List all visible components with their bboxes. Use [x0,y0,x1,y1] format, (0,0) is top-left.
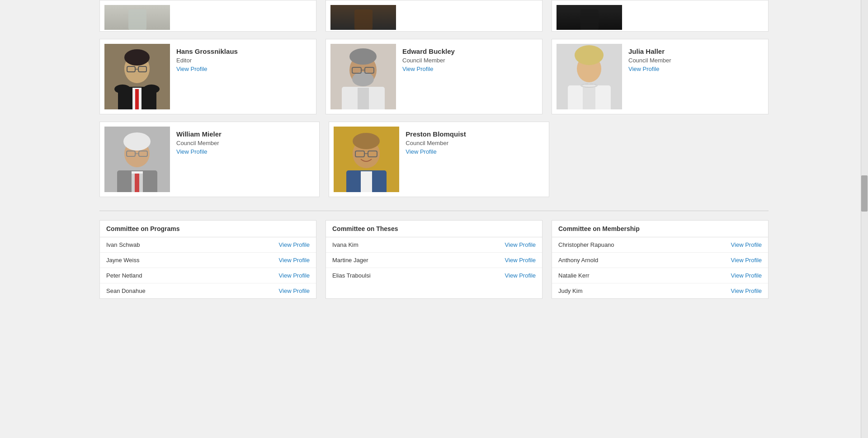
portrait-preston [334,127,399,192]
member-name: Sean Donahue [100,283,217,299]
member-name: Christopher Rapuano [552,237,684,253]
view-profile-sean-donahue[interactable]: View Profile [279,287,310,294]
portrait-hans [104,44,170,109]
svg-rect-42 [135,172,139,192]
member-link-cell: View Profile [684,268,768,283]
committee-membership-table: Christopher Rapuano View Profile Anthony… [552,237,768,298]
committee-theses-table: Ivana Kim View Profile Martine Jager Vie… [326,237,542,283]
role-julia-haller: Council Member [628,57,671,64]
name-preston-blomquist: Preston Blomquist [406,130,466,138]
portrait-william [104,127,170,192]
name-william-mieler: William Mieler [176,130,222,138]
member-link-cell: View Profile [217,268,316,283]
role-william-mieler: Council Member [176,140,222,146]
committee-membership-box: Committee on Membership Christopher Rapu… [552,220,769,299]
svg-point-47 [353,133,380,149]
person-silhouette-1 [119,5,156,30]
view-profile-christopher-rapuano[interactable]: View Profile [731,241,762,248]
member-link-cell: View Profile [442,237,542,253]
photo-preston-blomquist [334,127,399,192]
role-edward-buckley: Council Member [402,57,455,64]
svg-point-16 [349,48,377,65]
committee-membership-title: Committee on Membership [552,221,768,237]
member-name: Ivana Kim [326,237,442,253]
committee-programs-table: Ivan Schwab View Profile Jayne Weiss Vie… [100,237,316,298]
table-row: Ivana Kim View Profile [326,237,542,253]
member-name: Martine Jager [326,253,442,268]
info-william-mieler: William Mieler Council Member View Profi… [176,127,222,155]
member-name: Ivan Schwab [100,237,217,253]
partial-card-2 [326,0,542,32]
committee-programs-box: Committee on Programs Ivan Schwab View P… [99,220,316,299]
portrait-edward [330,44,396,109]
view-profile-peter-netland[interactable]: View Profile [279,272,310,279]
card-preston-blomquist: Preston Blomquist Council Member View Pr… [329,122,549,197]
photo-edward-buckley [330,44,396,109]
info-hans-grossniklaus: Hans Grossniklaus Editor View Profile [176,44,238,72]
committee-theses-box: Committee on Theses Ivana Kim View Profi… [326,220,542,299]
table-row: Anthony Arnold View Profile [552,253,768,268]
view-profile-anthony-arnold[interactable]: View Profile [731,257,762,264]
member-link-cell: View Profile [684,237,768,253]
member-link-cell: View Profile [217,253,316,268]
card-hans-grossniklaus: Hans Grossniklaus Editor View Profile [99,39,316,114]
card-julia-haller: Julia Haller Council Member View Profile [552,39,769,114]
svg-point-30 [584,84,585,85]
scrollbar-thumb[interactable] [861,175,868,212]
table-row: Ivan Schwab View Profile [100,237,316,253]
role-preston-blomquist: Council Member [406,140,466,146]
name-edward-buckley: Edward Buckley [402,47,455,55]
committee-theses-title: Committee on Theses [326,221,542,237]
view-profile-hans-grossniklaus[interactable]: View Profile [176,66,238,72]
view-profile-elias-traboulsi[interactable]: View Profile [505,272,536,279]
svg-point-25 [575,45,604,65]
photo-william-mieler [104,127,170,192]
name-julia-haller: Julia Haller [628,47,671,55]
table-row: Judy Kim View Profile [552,283,768,299]
section-divider [99,211,769,211]
photo-hans-grossniklaus [104,44,170,109]
svg-rect-2 [580,9,599,30]
svg-rect-11 [135,89,139,109]
svg-point-32 [593,84,594,85]
table-row: Christopher Rapuano View Profile [552,237,768,253]
empty-slot [558,122,769,197]
table-row: Sean Donahue View Profile [100,283,316,299]
partial-photo-3 [557,5,622,30]
view-profile-edward-buckley[interactable]: View Profile [402,66,455,72]
committee-programs-title: Committee on Programs [100,221,316,237]
svg-point-33 [595,85,597,86]
table-row: Martine Jager View Profile [326,253,542,268]
partial-card-1 [99,0,316,32]
member-name: Peter Netland [100,268,217,283]
view-profile-ivana-kim[interactable]: View Profile [505,241,536,248]
table-row: Peter Netland View Profile [100,268,316,283]
partial-photo-2 [330,5,396,30]
svg-rect-43 [132,171,137,174]
svg-point-12 [114,85,131,94]
partial-cards-row [99,0,769,32]
view-profile-julia-haller[interactable]: View Profile [628,66,671,72]
info-edward-buckley: Edward Buckley Council Member View Profi… [402,44,455,72]
member-link-cell: View Profile [442,253,542,268]
role-hans-grossniklaus: Editor [176,57,238,64]
view-profile-jayne-weiss[interactable]: View Profile [279,257,310,264]
view-profile-william-mieler[interactable]: View Profile [176,148,222,155]
council-row-2: William Mieler Council Member View Profi… [99,122,769,197]
table-row: Elias Traboulsi View Profile [326,268,542,283]
portrait-julia [557,44,622,109]
view-profile-judy-kim[interactable]: View Profile [731,287,762,294]
table-row: Natalie Kerr View Profile [552,268,768,283]
member-link-cell: View Profile [684,253,768,268]
svg-point-31 [588,83,590,85]
svg-point-36 [123,132,151,151]
view-profile-ivan-schwab[interactable]: View Profile [279,241,310,248]
view-profile-martine-jager[interactable]: View Profile [505,257,536,264]
partial-photo-1 [104,5,170,30]
member-name: Anthony Arnold [552,253,684,268]
scrollbar[interactable] [861,0,868,317]
info-preston-blomquist: Preston Blomquist Council Member View Pr… [406,127,466,155]
member-name: Elias Traboulsi [326,268,442,283]
view-profile-natalie-kerr[interactable]: View Profile [731,272,762,279]
view-profile-preston-blomquist[interactable]: View Profile [406,148,466,155]
